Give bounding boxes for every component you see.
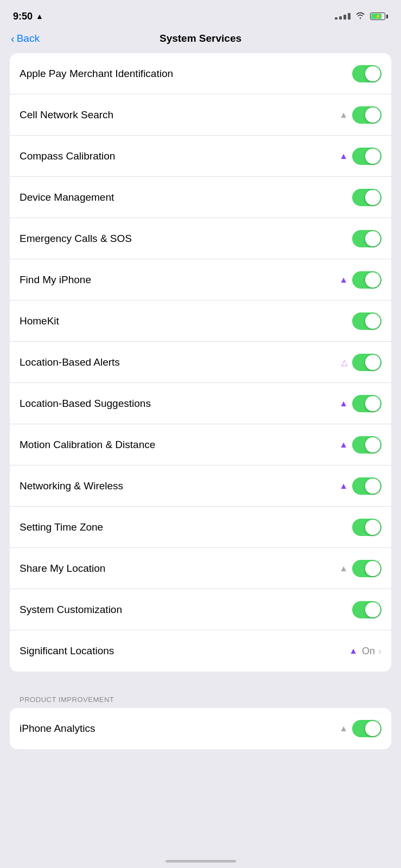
toggle-knob — [365, 396, 380, 411]
share-loc-label: Share My Location — [20, 563, 105, 575]
toggle-knob — [365, 437, 380, 452]
row-cell-network[interactable]: Cell Network Search ▲ — [10, 94, 391, 136]
toggle-knob — [365, 561, 380, 576]
product-improvement-header: PRODUCT IMPROVEMENT — [0, 687, 401, 708]
apple-pay-label: Apple Pay Merchant Identification — [20, 68, 173, 80]
row-homekit[interactable]: HomeKit — [10, 301, 391, 342]
share-loc-icon: ▲ — [339, 564, 348, 573]
page-title: System Services — [160, 33, 241, 44]
row-apple-pay[interactable]: Apple Pay Merchant Identification — [10, 53, 391, 94]
row-emergency[interactable]: Emergency Calls & SOS — [10, 218, 391, 259]
sys-custom-label: System Customization — [20, 604, 122, 616]
row-compass[interactable]: Compass Calibration ▲ — [10, 136, 391, 177]
battery-icon: ⚡ — [370, 12, 388, 20]
find-my-toggle[interactable] — [352, 271, 381, 289]
networking-label: Networking & Wireless — [20, 480, 123, 492]
sig-loc-icon: ▲ — [349, 646, 358, 656]
networking-loc-icon: ▲ — [339, 481, 348, 491]
cell-network-toggle[interactable] — [352, 106, 381, 124]
emergency-label: Emergency Calls & SOS — [20, 233, 132, 245]
sig-loc-value: On — [362, 646, 375, 657]
timezone-toggle[interactable] — [352, 519, 381, 536]
loc-suggestions-toggle[interactable] — [352, 395, 381, 412]
loc-suggestions-loc-icon: ▲ — [339, 399, 348, 409]
row-loc-alerts[interactable]: Location-Based Alerts △ — [10, 342, 391, 383]
toggle-knob — [365, 190, 380, 205]
loc-alerts-label: Location-Based Alerts — [20, 356, 120, 368]
iphone-analytics-loc-icon: ▲ — [339, 724, 348, 733]
homekit-label: HomeKit — [20, 315, 59, 327]
status-icons: ⚡ — [335, 11, 388, 21]
row-loc-suggestions[interactable]: Location-Based Suggestions ▲ — [10, 383, 391, 424]
location-arrow-icon: ▲ — [36, 12, 43, 21]
row-find-my[interactable]: Find My iPhone ▲ — [10, 259, 391, 301]
find-my-label: Find My iPhone — [20, 274, 91, 286]
toggle-knob — [365, 602, 380, 617]
find-my-loc-icon: ▲ — [339, 275, 348, 285]
compass-loc-icon: ▲ — [339, 151, 348, 161]
row-sig-loc[interactable]: Significant Locations ▲ On › — [10, 630, 391, 672]
wifi-icon — [355, 11, 366, 21]
iphone-analytics-toggle[interactable] — [352, 720, 381, 737]
cell-network-label: Cell Network Search — [20, 109, 113, 121]
main-settings-card: Apple Pay Merchant Identification Cell N… — [10, 53, 391, 672]
row-networking[interactable]: Networking & Wireless ▲ — [10, 465, 391, 507]
cell-network-loc-icon: ▲ — [339, 110, 348, 120]
time-label: 9:50 — [13, 11, 33, 22]
loc-alerts-toggle[interactable] — [352, 354, 381, 371]
back-button[interactable]: ‹ Back — [11, 33, 40, 44]
sys-custom-toggle[interactable] — [352, 601, 381, 618]
sig-loc-label: Significant Locations — [20, 645, 114, 657]
row-motion-cal[interactable]: Motion Calibration & Distance ▲ — [10, 424, 391, 465]
toggle-knob — [365, 107, 380, 123]
signal-icon — [335, 13, 351, 20]
section-header-label: PRODUCT IMPROVEMENT — [20, 695, 114, 704]
device-mgmt-label: Device Management — [20, 192, 114, 203]
sig-loc-chevron-icon: › — [378, 646, 381, 657]
compass-label: Compass Calibration — [20, 150, 115, 162]
timezone-label: Setting Time Zone — [20, 521, 103, 533]
toggle-knob — [365, 149, 380, 164]
share-loc-toggle[interactable] — [352, 560, 381, 577]
motion-cal-loc-icon: ▲ — [339, 440, 348, 450]
toggle-knob — [365, 355, 380, 370]
back-chevron-icon: ‹ — [11, 33, 15, 44]
row-sys-custom[interactable]: System Customization — [10, 589, 391, 630]
toggle-knob — [365, 520, 380, 535]
emergency-toggle[interactable] — [352, 230, 381, 247]
toggle-knob — [365, 66, 380, 81]
toggle-knob — [365, 721, 380, 736]
toggle-knob — [365, 478, 380, 494]
toggle-knob — [365, 231, 380, 246]
row-device-mgmt[interactable]: Device Management — [10, 177, 391, 218]
loc-suggestions-label: Location-Based Suggestions — [20, 398, 151, 410]
motion-cal-toggle[interactable] — [352, 436, 381, 454]
row-share-loc[interactable]: Share My Location ▲ — [10, 548, 391, 589]
row-timezone[interactable]: Setting Time Zone — [10, 507, 391, 548]
row-iphone-analytics[interactable]: iPhone Analytics ▲ — [10, 708, 391, 749]
toggle-knob — [365, 272, 380, 288]
status-time: 9:50 ▲ — [13, 11, 43, 22]
iphone-analytics-label: iPhone Analytics — [20, 723, 95, 735]
product-improvement-card: iPhone Analytics ▲ — [10, 708, 391, 749]
home-indicator — [166, 860, 236, 863]
status-bar: 9:50 ▲ ⚡ — [0, 0, 401, 29]
apple-pay-toggle[interactable] — [352, 65, 381, 82]
header: ‹ Back System Services — [0, 29, 401, 53]
motion-cal-label: Motion Calibration & Distance — [20, 439, 155, 451]
device-mgmt-toggle[interactable] — [352, 189, 381, 206]
toggle-knob — [365, 314, 380, 329]
loc-alerts-loc-icon: △ — [341, 358, 348, 367]
compass-toggle[interactable] — [352, 148, 381, 165]
homekit-toggle[interactable] — [352, 312, 381, 330]
back-label: Back — [17, 33, 40, 44]
networking-toggle[interactable] — [352, 477, 381, 495]
